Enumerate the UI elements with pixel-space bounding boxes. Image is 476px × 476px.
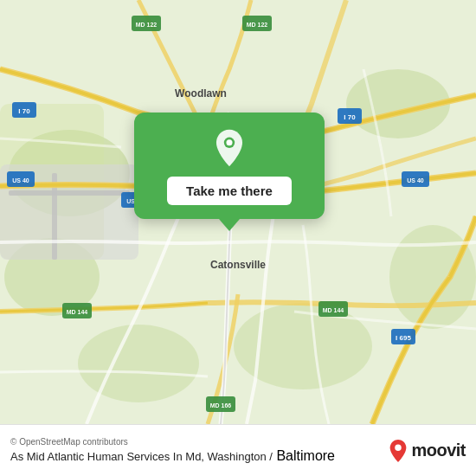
location-info: As Mid Atlantic Human Services In Md, Wa… xyxy=(10,448,335,464)
svg-text:MD 122: MD 122 xyxy=(136,22,158,28)
location-pin-icon xyxy=(209,128,249,168)
svg-point-36 xyxy=(226,139,232,145)
bottom-info: © OpenStreetMap contributors As Mid Atla… xyxy=(10,437,335,464)
svg-text:US 40: US 40 xyxy=(407,177,424,183)
svg-text:MD 166: MD 166 xyxy=(210,402,232,408)
svg-text:I 695: I 695 xyxy=(396,334,411,342)
moovit-logo: moovit xyxy=(389,439,466,463)
svg-text:I 70: I 70 xyxy=(344,113,356,121)
svg-text:MD 144: MD 144 xyxy=(67,309,88,315)
bottom-bar: © OpenStreetMap contributors As Mid Atla… xyxy=(0,424,476,476)
svg-point-6 xyxy=(78,325,199,402)
popup-card: Take me there xyxy=(134,113,325,219)
svg-text:Catonsville: Catonsville xyxy=(210,259,266,271)
moovit-text: moovit xyxy=(411,441,466,460)
svg-point-4 xyxy=(389,225,476,329)
copyright-text: © OpenStreetMap contributors xyxy=(10,437,335,447)
map-container[interactable]: I 70 I 70 US 40 US 40 US 40 MD 122 MD 12… xyxy=(0,0,476,424)
location-line2: Baltimore xyxy=(276,448,335,463)
location-text: As Mid Atlantic Human Services In Md, Wa… xyxy=(10,450,273,463)
svg-text:MD 144: MD 144 xyxy=(323,307,344,313)
moovit-logo-pin-icon xyxy=(389,439,408,463)
svg-text:US 40: US 40 xyxy=(12,177,29,183)
svg-text:I 70: I 70 xyxy=(18,107,30,115)
svg-text:MD 122: MD 122 xyxy=(247,22,268,28)
svg-point-37 xyxy=(396,444,402,450)
svg-rect-9 xyxy=(9,190,130,196)
take-me-there-button[interactable]: Take me there xyxy=(167,177,292,205)
svg-text:Woodlawn: Woodlawn xyxy=(175,87,227,100)
